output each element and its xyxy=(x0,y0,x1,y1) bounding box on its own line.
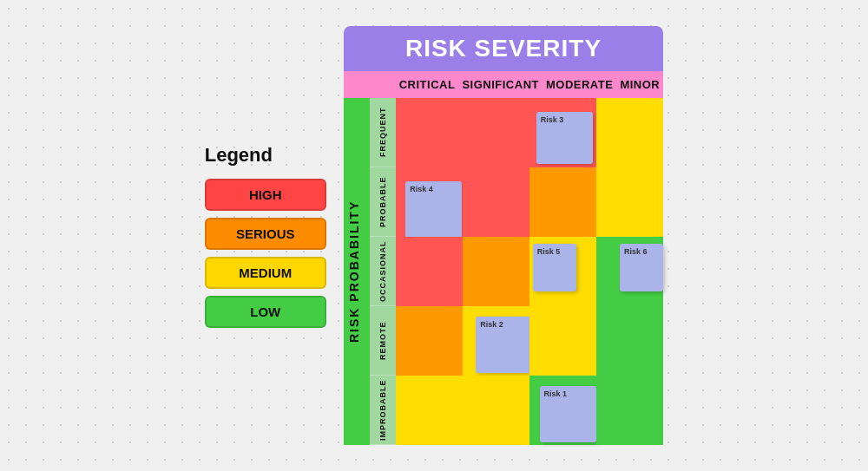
cell-r3-c1: Risk 2 xyxy=(463,306,529,376)
row-label-remote: REMOTE xyxy=(370,306,396,376)
legend: Legend HIGH SERIOUS MEDIUM LOW xyxy=(205,144,326,328)
col-header-minor: MINOR xyxy=(616,71,663,98)
cell-r0-c1 xyxy=(463,98,529,167)
sticky-note: Risk 2 xyxy=(476,317,532,373)
risk-matrix: RISK SEVERITY CRITICAL SIGNIFICANT MODER… xyxy=(344,26,664,445)
cell-r4-c0 xyxy=(396,376,463,445)
col-header-critical: CRITICAL xyxy=(396,71,459,98)
sticky-note: Risk 6 xyxy=(620,244,663,291)
cell-r3-c3 xyxy=(596,306,663,376)
legend-serious: SERIOUS xyxy=(205,218,326,250)
cell-r4-c3 xyxy=(596,376,663,445)
cell-r2-c3: Risk 6 xyxy=(596,237,663,306)
row-label-probable: PROBABLE xyxy=(370,167,396,237)
sticky-note: Risk 3 xyxy=(536,112,593,164)
cell-r2-c0 xyxy=(396,237,463,306)
sticky-note: Risk 4 xyxy=(405,181,462,242)
legend-medium: MEDIUM xyxy=(205,257,326,289)
cell-r1-c1 xyxy=(463,167,529,237)
y-axis-label: RISK PROBABILITY xyxy=(344,98,370,445)
grid-rows: Risk 3Risk 4Risk 5Risk 6Risk 2Risk 1 xyxy=(396,98,664,445)
legend-title: Legend xyxy=(205,144,326,167)
grid-row: Risk 1 xyxy=(396,376,664,445)
sticky-note: Risk 5 xyxy=(533,244,576,291)
legend-low: LOW xyxy=(205,296,326,328)
col-header-significant: SIGNIFICANT xyxy=(458,71,542,98)
chart-title: RISK SEVERITY xyxy=(344,26,664,71)
grid-area: RISK PROBABILITY FREQUENT PROBABLE OCCAS… xyxy=(344,98,664,445)
cell-r3-c0 xyxy=(396,306,463,376)
column-headers: CRITICAL SIGNIFICANT MODERATE MINOR xyxy=(344,71,664,98)
row-label-frequent: FREQUENT xyxy=(370,98,396,167)
cell-r1-c3 xyxy=(596,167,663,237)
cell-r1-c2 xyxy=(529,167,596,237)
cell-r0-c3 xyxy=(596,98,663,167)
grid-row: Risk 5Risk 6 xyxy=(396,237,664,306)
sticky-note: Risk 1 xyxy=(540,386,596,442)
grid-row: Risk 2 xyxy=(396,306,664,376)
cell-r0-c2: Risk 3 xyxy=(529,98,596,167)
grid-row: Risk 3 xyxy=(396,98,664,167)
legend-high: HIGH xyxy=(205,179,326,211)
grid-row: Risk 4 xyxy=(396,167,664,237)
cell-r2-c1 xyxy=(463,237,529,306)
cell-r4-c2: Risk 1 xyxy=(529,376,596,445)
row-label-improbable: IMPROBABLE xyxy=(370,376,396,445)
col-header-moderate: MODERATE xyxy=(542,71,616,98)
main-container: Legend HIGH SERIOUS MEDIUM LOW RISK SEVE… xyxy=(187,9,681,462)
cell-r2-c2: Risk 5 xyxy=(529,237,596,306)
cell-r1-c0: Risk 4 xyxy=(396,167,463,237)
cell-r4-c1 xyxy=(463,376,529,445)
row-label-occasional: OCCASIONAL xyxy=(370,237,396,306)
cell-r0-c0 xyxy=(396,98,463,167)
row-labels: FREQUENT PROBABLE OCCASIONAL REMOTE IMPR… xyxy=(370,98,396,445)
cell-r3-c2 xyxy=(529,306,596,376)
